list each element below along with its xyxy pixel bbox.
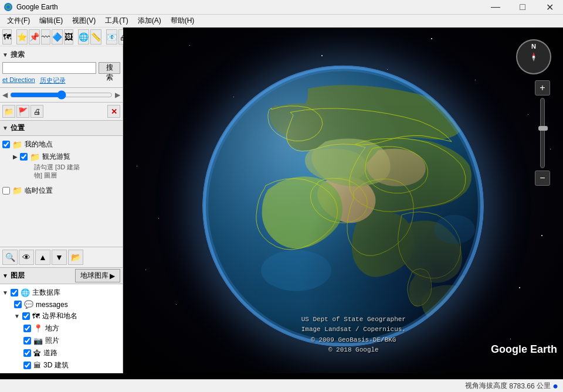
temp-icon: 📁 [12,186,22,195]
gallery-arrow-icon: ▶ [110,272,115,280]
menu-view[interactable]: 视图(V) [67,15,100,27]
layer-places[interactable]: 📍 地方 [2,322,120,335]
borders-expander[interactable]: ▼ [14,313,20,319]
altitude-unit: 公里 [537,381,551,391]
nav-arrow-left-icon[interactable]: ◀ [2,91,8,99]
photos-label: 照片 [45,336,59,346]
tourism-label: 観光游覧 [42,152,70,162]
tree-note: 請勾選 [3D 建築物] 圖層 [2,163,120,180]
layers-header: ▼ 图层 地球图库 ▶ [0,268,123,284]
app-icon [4,2,13,12]
messages-checkbox[interactable] [14,301,22,308]
myplaces-checkbox[interactable] [2,141,10,148]
layer-roads[interactable]: 🛣 道路 [2,347,120,359]
status-dot: ● [552,381,558,391]
toolbar-star-btn[interactable]: ⭐ [16,29,28,45]
globe-surface [202,66,484,347]
folder-btn[interactable]: 📂 [68,250,83,265]
nav-arrow-right-icon[interactable]: ▶ [115,91,120,99]
layer-messages[interactable]: 💬 messages [2,299,120,310]
tree-item-myplaces[interactable]: 📁 我的地点 [2,138,120,151]
zoom-slider-track[interactable] [540,98,545,168]
ge-watermark: Google Earth [491,343,557,356]
ge-watermark-text: Google Earth [491,343,557,355]
search-link-direction[interactable]: et Direction [2,76,35,85]
search-places-btn[interactable]: 🔍 [2,250,18,265]
zoom-out-button[interactable]: − [535,171,550,186]
credit-line2: Image Landsat / Copernicus. [301,326,406,333]
layer-borders[interactable]: ▼ 🗺 边界和地名 [2,310,120,322]
maximize-button[interactable]: □ [509,0,536,15]
toolbar-poly-btn[interactable]: 🔷 [52,29,63,45]
places-header: ▼ 位置 [0,121,123,136]
up-btn[interactable]: ▲ [35,250,50,265]
minimize-button[interactable]: — [482,0,509,15]
menu-tools[interactable]: 工具(T) [100,15,133,27]
toolbar-map-btn[interactable]: 🗺 [2,29,12,45]
toolbar-pin-btn[interactable]: 📌 [29,29,40,45]
svg-point-2 [6,5,10,9]
tourism-checkbox[interactable] [20,153,28,161]
zoom-slider-thumb[interactable] [538,126,548,131]
close-location-btn[interactable]: ✕ [107,105,120,118]
nav-slider-input[interactable] [10,90,113,100]
search-button[interactable]: 搜索 [99,62,120,74]
layers-left: ▼ 图层 [2,271,75,281]
3d-icon: 🏛 [33,361,41,370]
search-section: ▼ 搜索 搜索 et Direction 历史记录 [0,46,123,88]
layer-photos[interactable]: 📷 照片 [2,335,120,347]
temp-checkbox[interactable] [2,187,10,195]
places-section: ▼ 位置 📁 我的地点 ▶ 📁 観光游覧 請勾選 [3D 建築物] [0,121,123,247]
close-button[interactable]: ✕ [536,0,563,15]
credits-overlay: US Dept of State Geographer Image Landsa… [301,315,406,356]
maindb-expander[interactable]: ▼ [2,289,8,296]
tourism-icon: 📁 [30,152,40,162]
toolbar-globe-btn[interactable]: 🌐 [78,29,89,45]
credit-line4: © 2018 Google [328,346,379,353]
view-btn[interactable]: 👁 [19,250,34,265]
photos-icon: 📷 [33,336,43,345]
3d-label: 3D 建筑 [43,360,69,370]
photos-checkbox[interactable] [23,337,31,345]
tree-item-tourism[interactable]: ▶ 📁 観光游覧 [2,151,120,163]
compass[interactable]: N [516,39,551,74]
menu-help[interactable]: 帮助(H) [166,15,199,27]
credit-line3: © 2009 GeoBasis-DE/BKG [311,336,396,343]
gallery-button[interactable]: 地球图库 ▶ [75,269,120,282]
toolbar-ruler-btn[interactable]: 📏 [90,29,101,45]
add-folder-btn[interactable]: 📁 [2,105,15,118]
layer-3d[interactable]: 🏛 3D 建筑 [2,359,120,371]
search-header[interactable]: ▼ 搜索 [2,49,120,62]
zoom-in-button[interactable]: + [535,80,550,96]
maindb-checkbox[interactable] [11,289,18,296]
altitude-value: 8783.66 [509,382,534,390]
tree-item-temp[interactable]: 📁 临时位置 [2,185,120,197]
menu-edit[interactable]: 编辑(E) [35,15,67,27]
menu-file[interactable]: 文件(F) [2,15,35,27]
places-title: 位置 [11,123,25,133]
toolbar-path-btn[interactable]: 〰 [41,29,50,45]
layers-tree: ▼ 🌐 主数据库 💬 messages ▼ 🗺 边界和地名 [0,284,123,373]
search-input[interactable] [2,62,96,74]
borders-checkbox[interactable] [22,312,30,320]
toolbar-overlay-btn[interactable]: 🖼 [64,29,73,45]
search-link-history[interactable]: 历史记录 [40,76,66,85]
toolbar-email-btn[interactable]: 📧 [106,29,117,45]
statusbar: 视角海拔高度 8783.66 公里 ● [0,379,563,392]
roads-checkbox[interactable] [23,349,31,357]
layer-main-db[interactable]: ▼ 🌐 主数据库 [2,287,120,299]
tourism-expander[interactable]: ▶ [13,154,18,160]
earth-view[interactable]: N + − US Dept of State Geographer Image … [123,28,563,373]
globe [202,66,484,347]
messages-icon: 💬 [24,300,33,309]
messages-label: messages [36,301,68,309]
window-controls[interactable]: — □ ✕ [482,0,563,15]
new-placemark-btn[interactable]: 🚩 [16,105,29,118]
altitude-label: 视角海拔高度 [465,381,507,391]
3d-checkbox[interactable] [23,362,31,369]
down-btn[interactable]: ▼ [52,250,67,265]
print-location-btn[interactable]: 🖨 [30,105,43,118]
places-checkbox[interactable] [23,325,31,332]
app-title: Google Earth [16,3,58,11]
menu-add[interactable]: 添加(A) [133,15,166,27]
